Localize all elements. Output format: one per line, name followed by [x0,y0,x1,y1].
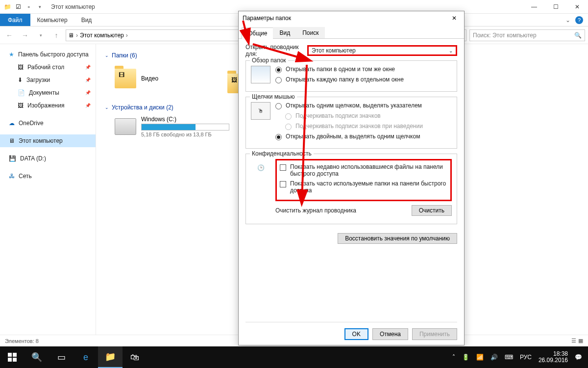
radio-underline-always [285,113,292,120]
chevron-down-icon: ⌄ [449,48,453,53]
drive-space-bar [141,124,229,131]
browse-folders-group: Обзор папок Открывать папки в одном и то… [245,60,457,92]
qat-folder-icon[interactable]: ▫ [24,2,33,11]
radio-double-click[interactable] [275,134,282,140]
tray-volume-icon[interactable]: 🔊 [490,354,498,361]
dialog-titlebar: Параметры папок ✕ [239,11,464,25]
pin-icon: 📌 [85,103,91,108]
status-item-count: Элементов: 8 [5,338,39,344]
sidebar-item-downloads[interactable]: ⬇Загрузки📌 [0,74,96,86]
folder-video[interactable]: 🎞 Видео [115,64,213,93]
drive-icon [115,118,136,135]
dialog-close-button[interactable]: ✕ [448,15,460,22]
taskbar-search-icon[interactable]: 🔍 [24,346,49,368]
search-placeholder: Поиск: Этот компьютер [473,32,537,39]
qat-dropdown-icon[interactable]: ▾ [35,2,44,11]
checkbox-recent-files[interactable] [280,164,286,171]
folder-icon: 🎞 [115,69,136,88]
nav-up-button[interactable]: ↑ [50,29,63,42]
restore-defaults-button[interactable]: Восстановить значения по умолчанию [338,233,457,244]
drive-c[interactable]: Windows (C:) 5,18 ГБ свободно из 13,8 ГБ [115,116,242,137]
ribbon-view-tab[interactable]: Вид [74,14,99,26]
browse-preview-icon [251,66,270,83]
sidebar-item-desktop[interactable]: 🖼Рабочий стол📌 [0,61,96,74]
search-box[interactable]: Поиск: Этот компьютер 🔍 [469,29,585,41]
taskbar-edge[interactable]: e [74,346,98,368]
view-details-icon[interactable]: ☰ [571,338,576,344]
pin-icon: 📌 [85,65,91,70]
svg-rect-0 [8,353,12,357]
explorer-icon: 📁 [3,2,12,11]
drive-label: Windows (C:) [141,116,229,123]
radio-single-click[interactable] [275,103,282,109]
ribbon-collapse-icon[interactable]: ⌄ [565,17,570,24]
tray-clock[interactable]: 18:38 26.09.2016 [539,351,568,364]
tray-chevron-icon[interactable]: ˄ [452,354,455,361]
ok-button[interactable]: OK [344,328,368,340]
clear-history-label: Очистить журнал проводника [275,207,408,214]
sidebar-onedrive[interactable]: ☁OneDrive [0,117,96,130]
taskbar: 🔍 ▭ e 📁 🛍 ˄ 🔋 📶 🔊 ⌨ РУС 18:38 26.09.2016… [0,346,588,368]
svg-rect-2 [8,358,12,362]
sidebar-quick-access[interactable]: ★Панель быстрого доступа [0,48,96,61]
tab-general[interactable]: Общие [242,27,273,39]
search-icon: 🔍 [574,32,582,39]
minimize-button[interactable]: — [523,0,545,14]
radio-underline-hover [285,124,292,130]
dialog-title: Параметры папок [243,15,291,22]
open-for-combobox[interactable]: Этот компьютер ⌄ [307,45,457,56]
tab-search[interactable]: Поиск [296,27,325,38]
window-title: Этот компьютер [51,3,95,10]
dialog-tabs: Общие Вид Поиск [239,25,464,39]
tray-language[interactable]: РУС [520,354,532,361]
radio-same-window[interactable] [275,67,282,73]
start-button[interactable] [0,346,24,368]
ribbon-file-tab[interactable]: Файл [0,14,30,26]
view-icons-icon[interactable]: ▦ [578,338,583,344]
tray-network-icon[interactable]: 📶 [476,354,484,361]
apply-button: Применить [412,328,457,340]
pin-icon: 📌 [85,90,91,95]
sidebar-data-drive[interactable]: 💾DATA (D:) [0,152,96,165]
ribbon-computer-tab[interactable]: Компьютер [30,14,74,26]
radio-new-window[interactable] [275,77,282,83]
privacy-group: Конфиденциальность 🕒 Показать недавно ис… [245,154,457,224]
pin-icon: 📌 [85,78,91,82]
drive-free-text: 5,18 ГБ свободно из 13,8 ГБ [141,131,229,137]
action-center-icon[interactable]: 💬 [575,354,582,361]
nav-forward-button[interactable]: → [19,29,31,42]
clear-button[interactable]: Очистить [412,205,452,216]
open-for-label: Открыть проводник для: [245,44,303,57]
tray-battery-icon[interactable]: 🔋 [462,354,469,361]
privacy-preview-icon: 🕒 [251,159,270,177]
maximize-button[interactable]: ☐ [545,0,566,14]
click-preview-icon: 🖱 [251,102,270,120]
nav-history-dropdown[interactable]: ▾ [34,29,47,42]
navigation-sidebar: ★Панель быстрого доступа 🖼Рабочий стол📌 … [0,44,96,344]
taskbar-store[interactable]: 🛍 [122,346,147,368]
sidebar-item-documents[interactable]: 📄Документы📌 [0,86,96,99]
sidebar-this-pc[interactable]: 🖥Этот компьютер [0,134,96,147]
cancel-button[interactable]: Отмена [372,328,408,340]
taskbar-explorer[interactable]: 📁 [98,346,122,368]
pc-icon: 🖥 [68,32,74,39]
click-items-group: Щелчки мышью 🖱 Открывать одним щелчком, … [245,97,457,149]
svg-rect-1 [13,353,17,357]
nav-back-button[interactable]: ← [3,29,16,42]
help-icon[interactable]: ? [575,16,583,24]
task-view-button[interactable]: ▭ [49,346,74,368]
sidebar-item-pictures[interactable]: 🖼Изображения📌 [0,99,96,112]
tab-view[interactable]: Вид [273,27,296,38]
sidebar-network[interactable]: 🖧Сеть [0,170,96,183]
qat-checkbox-icon[interactable]: ☑ [14,2,23,11]
svg-rect-3 [13,358,17,362]
folder-options-dialog: Параметры папок ✕ Общие Вид Поиск Открыт… [238,11,465,345]
breadcrumb-item[interactable]: Этот компьютер [80,32,124,39]
tray-input-icon[interactable]: ⌨ [505,354,513,361]
close-button[interactable]: ✕ [566,0,588,14]
checkbox-frequent-folders[interactable] [280,181,286,187]
